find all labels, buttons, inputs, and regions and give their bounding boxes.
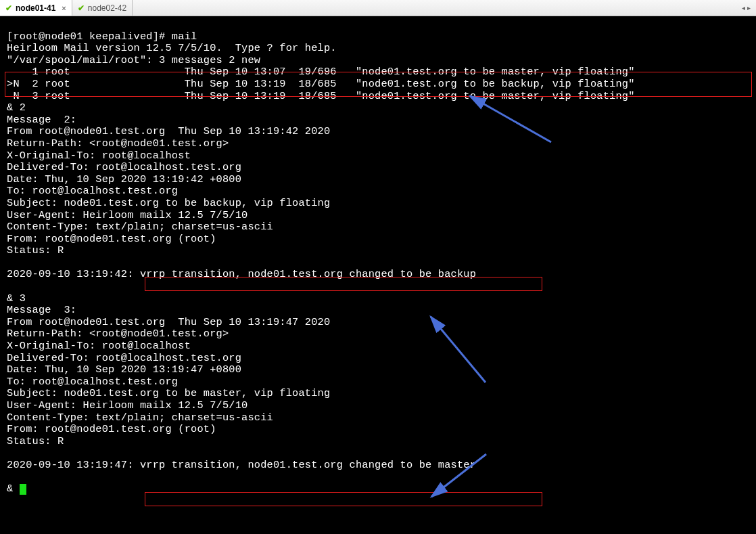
window-controls: ◂ ▸ bbox=[742, 0, 756, 16]
message-header: Delivered-To: root@localhost.test.org bbox=[7, 161, 241, 173]
tab-node02[interactable]: ✔ node02-42 bbox=[72, 0, 133, 16]
message-body: vrrp transition, node01.test.org changed… bbox=[134, 268, 477, 280]
message-header: Status: R bbox=[7, 244, 64, 257]
tab-node01[interactable]: ✔ node01-41 × bbox=[0, 0, 72, 16]
message-header: Message 3: bbox=[7, 304, 76, 316]
prompt-line: [root@node01 keepalived]# mail bbox=[7, 30, 197, 43]
banner-line: "/var/spool/mail/root": 3 messages 2 new bbox=[7, 54, 260, 66]
message-header: Content-Type: text/plain; charset=us-asc… bbox=[7, 221, 273, 233]
message-header: From root@node01.test.org Thu Sep 10 13:… bbox=[7, 125, 330, 137]
message-header: Status: R bbox=[7, 435, 64, 447]
cursor-icon bbox=[20, 484, 26, 495]
new-tab-icon[interactable]: ◂ ▸ bbox=[742, 4, 751, 12]
message-header: Subject: node01.test.org to be master, v… bbox=[7, 387, 330, 399]
message-header: Return-Path: <root@node01.test.org> bbox=[7, 137, 229, 150]
message-timestamp: 2020-09-10 13:19:47: bbox=[7, 459, 134, 471]
tab-label: node02-42 bbox=[88, 3, 126, 13]
message-header: X-Original-To: root@localhost bbox=[7, 150, 191, 162]
message-header: From: root@node01.test.org (root) bbox=[7, 423, 216, 435]
tab-bar: ✔ node01-41 × ✔ node02-42 ◂ ▸ bbox=[0, 0, 756, 16]
message-header: Message 2: bbox=[7, 114, 76, 126]
message-header: Date: Thu, 10 Sep 2020 13:19:42 +0800 bbox=[7, 173, 241, 185]
message-header: From root@node01.test.org Thu Sep 10 13:… bbox=[7, 316, 330, 328]
message-header: User-Agent: Heirloom mailx 12.5 7/5/10 bbox=[7, 209, 247, 221]
message-header: Return-Path: <root@node01.test.org> bbox=[7, 328, 229, 340]
message-header: User-Agent: Heirloom mailx 12.5 7/5/10 bbox=[7, 399, 247, 411]
mail-prompt: & 2 bbox=[7, 102, 26, 114]
mail-prompt: & bbox=[7, 483, 20, 495]
close-icon[interactable]: × bbox=[62, 4, 66, 12]
message-body: vrrp transition, node01.test.org changed… bbox=[134, 459, 477, 471]
mail-list-row: >N 2 root Thu Sep 10 13:19 18/685 "node0… bbox=[7, 78, 635, 90]
check-icon: ✔ bbox=[5, 3, 12, 13]
mail-list-row: 1 root Thu Sep 10 13:07 19/696 "node01.t… bbox=[7, 66, 635, 78]
message-header: Subject: node01.test.org to be backup, v… bbox=[7, 197, 330, 209]
message-header: Content-Type: text/plain; charset=us-asc… bbox=[7, 411, 273, 424]
message-header: From: root@node01.test.org (root) bbox=[7, 233, 216, 245]
message-header: Delivered-To: root@localhost.test.org bbox=[7, 352, 241, 364]
mail-prompt: & 3 bbox=[7, 292, 26, 305]
terminal-output[interactable]: [root@node01 keepalived]# mail Heirloom … bbox=[0, 16, 756, 534]
check-icon: ✔ bbox=[78, 3, 85, 13]
message-header: Date: Thu, 10 Sep 2020 13:19:47 +0800 bbox=[7, 363, 241, 376]
mail-list-row: N 3 root Thu Sep 10 13:19 18/685 "node01… bbox=[7, 90, 635, 102]
message-header: X-Original-To: root@localhost bbox=[7, 340, 191, 352]
tab-label: node01-41 bbox=[16, 3, 55, 13]
message-header: To: root@localhost.test.org bbox=[7, 185, 178, 197]
banner-line: Heirloom Mail version 12.5 7/5/10. Type … bbox=[7, 42, 337, 54]
message-header: To: root@localhost.test.org bbox=[7, 376, 178, 388]
message-timestamp: 2020-09-10 13:19:42: bbox=[7, 268, 134, 280]
